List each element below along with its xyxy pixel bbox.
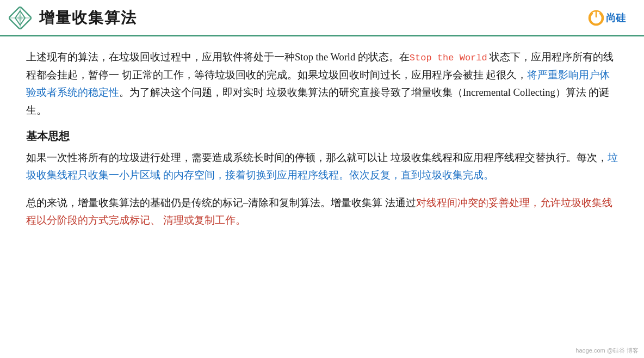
emphasis-conflict-handling: 对线程间冲突的妥善处理，允许垃圾收集线程以分阶段的方式完成标记、 清理或复制工作… [26,197,612,226]
paragraph-3: 总的来说，增量收集算法的基础仍是传统的标记–清除和复制算法。增量收集算 法通过对… [26,194,618,230]
svg-text:尚硅: 尚硅 [606,13,626,23]
slide-header: 增量收集算法 尚硅 [0,0,644,36]
slide-container: 增量收集算法 尚硅 上述现有的算法，在垃圾回收过程中，应用软件将处于一种Stop… [0,0,644,358]
brand-logo-icon: 尚硅 [587,7,631,29]
page-title: 增量收集算法 [39,8,137,28]
section-title-basic-idea: 基本思想 [26,129,618,144]
header-left: 增量收集算法 [9,7,137,29]
diamond-logo-icon [9,7,32,29]
svg-marker-4 [17,14,23,22]
slide-content: 上述现有的算法，在垃圾回收过程中，应用软件将处于一种Stop the World… [0,36,644,358]
emphasis-gc-thread: 垃圾收集线程只收集一小片区域 的内存空间，接着切换到应用程序线程。依次反复，直到… [26,152,618,181]
watermark: haoge.com @硅谷 博客 [575,347,639,355]
paragraph-2: 如果一次性将所有的垃圾进行处理，需要造成系统长时间的停顿，那么就可以让 垃圾收集… [26,149,618,184]
emphasis-user-experience: 将严重影响用户体验或者系统的稳定性 [26,70,610,98]
paragraph-1: 上述现有的算法，在垃圾回收过程中，应用软件将处于一种Stop the World… [26,48,618,119]
stop-world-code: Stop the World [410,53,487,63]
